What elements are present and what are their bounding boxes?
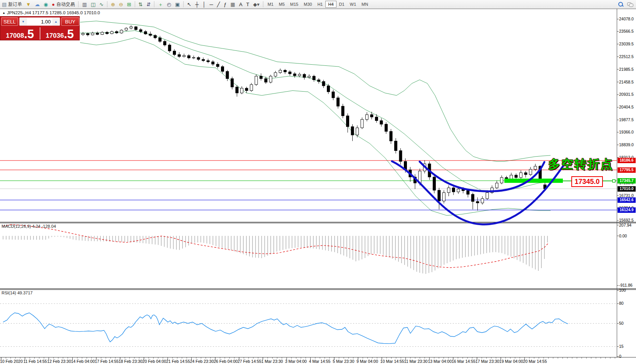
rsi-axis-tick: 15 [619, 344, 624, 349]
timeframe-w1-button[interactable]: W1 [347, 1, 359, 8]
community-button[interactable]: ☁ [33, 0, 42, 8]
candlestick-chart-icon: ◫ [91, 2, 95, 7]
price-axis-tick: 23566.5 [619, 29, 634, 33]
chart-title: ▲JPN225-,H4 17177.5 17285.0 16945.0 1701… [2, 10, 100, 15]
time-axis-label: 11 Mar 23:30 [404, 359, 428, 364]
volume-down-button[interactable]: ▼ [20, 18, 27, 25]
symbol-triangle-icon: ▲ [2, 11, 5, 15]
objects-list-icon: ⇵ [147, 2, 151, 7]
timeframe-h1-button[interactable]: H1 [315, 1, 325, 8]
new-order-icon: ▤ [2, 2, 7, 7]
horizontal-line-button[interactable]: ─ [208, 0, 215, 8]
vertical-line-icon: │ [203, 2, 206, 7]
rsi-label: RSI(14) 49.3717 [2, 291, 33, 295]
timeframe-d1-button[interactable]: D1 [336, 1, 347, 8]
rsi-axis-tick: 80 [619, 301, 624, 306]
fibonacci-icon: ƒ [224, 2, 226, 7]
timeframe-m1-button[interactable]: M1 [265, 1, 276, 8]
time-axis-label: 14 Feb 04:00 [71, 359, 95, 364]
chart-root: ▲JPN225-,H4 17177.5 17285.0 16945.0 1701… [0, 9, 636, 364]
timeframe-m15-button[interactable]: M15 [288, 1, 301, 8]
new-order-label: 新订单 [8, 1, 22, 8]
new-order-button[interactable]: ▤新订单 [0, 0, 24, 8]
toolbar-separator [263, 1, 263, 7]
chart-title-text: JPN225-,H4 17177.5 17285.0 16945.0 17010… [7, 10, 100, 15]
time-axis-label: 10 Mar 14:55 [380, 359, 404, 364]
text-label-icon: T [246, 2, 249, 7]
time-axis-label: 21 Feb 14:55 [166, 359, 190, 364]
signals-button[interactable]: ◉ [42, 0, 50, 8]
line-chart-button[interactable]: ∿ [97, 0, 105, 8]
zoom-in-icon: ⊕ [111, 2, 115, 7]
price-tag: 17795.5 [618, 167, 636, 173]
price-axis-tick: 19366.0 [619, 130, 634, 134]
autotrading-label: 自动交易 [56, 1, 75, 8]
vertical-line-button[interactable]: │ [201, 0, 208, 8]
price-tag: 17345.7 [618, 178, 636, 184]
sell-price-button[interactable]: 17008.5 [0, 27, 40, 40]
tile-windows-icon: ⊞ [127, 2, 131, 7]
line-chart-icon: ∿ [99, 2, 104, 7]
text-label-button[interactable]: T [244, 0, 251, 8]
rsi-axis-tick: 50 [619, 321, 624, 326]
periods-button[interactable]: ◴ [165, 0, 173, 8]
fibonacci-button[interactable]: ƒ [222, 0, 228, 8]
indicators-icon: ⇅ [139, 2, 143, 7]
objects-list-button[interactable]: ⇵ [145, 0, 153, 8]
shapes-button[interactable]: ◆▾ [251, 0, 262, 8]
indicators-button[interactable]: ⇅ [137, 0, 145, 8]
macd-axis-tick: -911.86 [619, 283, 633, 287]
autotrading-button[interactable]: ●自动交易 [50, 0, 77, 8]
toolbar-separator [183, 1, 184, 7]
toolbar-separator [107, 1, 107, 7]
funnel-button[interactable]: ▼ [24, 0, 33, 8]
zoom-out-button[interactable]: ⊖ [117, 0, 125, 8]
price-tag: 16542.6 [618, 197, 636, 203]
time-axis-label: 18 Feb 23:30 [119, 359, 142, 364]
trendline-button[interactable]: ╱ [215, 0, 222, 8]
new-chart-button[interactable]: ＋ [156, 0, 165, 8]
zoom-out-icon: ⊖ [119, 2, 123, 7]
sell-button[interactable]: SELL [1, 17, 18, 26]
time-axis-label: 17 Mar 23:30 [475, 359, 499, 364]
price-axis-tick: 21458.5 [619, 80, 634, 84]
price-axis-tick: 24078.0 [619, 17, 634, 21]
time-axis-label: 12 Feb 23:30 [47, 359, 71, 364]
tile-windows-button[interactable]: ⊞ [125, 0, 133, 8]
price-axis-tick: 23039.5 [619, 42, 634, 46]
volume-input[interactable]: 1.00 [27, 18, 52, 25]
text-button[interactable]: A [237, 0, 244, 8]
rsi-axis-tick: 0 [619, 354, 621, 359]
volume-up-button[interactable]: ▲ [52, 18, 60, 25]
time-axis-label: 26 Feb 04:00 [214, 359, 238, 364]
toolbar: ▤新订单▼☁◉●自动交易▥◫∿⊕⊖⊞⇅⇵＋◴▣↖┼│─╱ƒ▦AT◆▾M1M5M1… [0, 0, 636, 9]
price-axis-tick: 21985.5 [619, 67, 634, 72]
timeframe-m30-button[interactable]: M30 [301, 1, 315, 8]
templates-button[interactable]: ▣ [173, 0, 182, 8]
time-axis-label: 5 Mar 23:30 [333, 359, 354, 364]
timeframe-m5-button[interactable]: M5 [276, 1, 287, 8]
timeframe-h4-button[interactable]: H4 [325, 1, 336, 8]
time-axis-label: 19 Mar 04:00 [499, 359, 523, 364]
sell-price-main: 17008 [6, 32, 24, 40]
price-axis-tick: 15692.5 [619, 218, 634, 222]
bar-chart-icon: ▥ [82, 2, 87, 7]
search-icon[interactable] [618, 2, 623, 7]
grid-button[interactable]: ▦ [229, 0, 237, 8]
buy-button[interactable]: BUY [61, 17, 79, 26]
cursor-button[interactable]: ↖ [185, 0, 193, 8]
crosshair-icon: ┼ [195, 2, 199, 7]
price-axis-tick: 22512.5 [619, 54, 634, 59]
time-axis-label: 20 Feb 04:00 [142, 359, 166, 364]
bar-chart-button[interactable]: ▥ [80, 0, 89, 8]
candlestick-chart-button[interactable]: ◫ [89, 0, 97, 8]
buy-price-button[interactable]: 17036.5 [40, 27, 80, 40]
timeframe-mn-button[interactable]: MN [359, 1, 371, 8]
buy-price-main: 17036 [46, 32, 64, 40]
chart-canvas[interactable] [0, 9, 636, 364]
chat-icon[interactable] [627, 2, 633, 7]
time-axis-label: 4 Mar 14:55 [309, 359, 330, 364]
zoom-in-button[interactable]: ⊕ [109, 0, 117, 8]
crosshair-button[interactable]: ┼ [193, 0, 201, 8]
time-axis-label: 13 Mar 04:00 [428, 359, 452, 364]
